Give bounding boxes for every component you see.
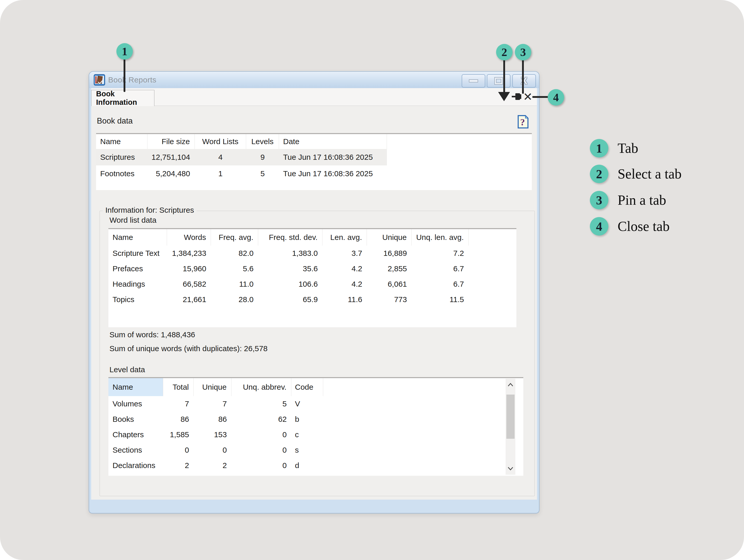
cell: 6.7 (412, 261, 469, 276)
cell: 0 (231, 427, 291, 442)
callout-line-2 (503, 60, 505, 92)
level-table-scrollbar[interactable] (506, 379, 515, 475)
column-header-name[interactable]: Name (108, 378, 163, 396)
cell-word-lists: 4 (195, 149, 246, 165)
maximize-button[interactable] (487, 74, 511, 87)
word-list-table: Name Words Freq. avg. Freq. std. dev. Le… (108, 228, 516, 327)
callout-line-4 (532, 96, 548, 98)
cell-word-lists: 1 (195, 165, 246, 182)
cell: 4.2 (323, 276, 367, 292)
legend-label-pin-a-tab: Pin a tab (618, 190, 666, 210)
pin-icon[interactable] (511, 92, 524, 101)
cell-date: Tue Jun 17 16:08:36 2025 (279, 149, 387, 165)
cell: 11.5 (412, 292, 469, 307)
tab-dropdown-icon[interactable] (498, 92, 510, 101)
table-row: Declarations 2 2 0 d (108, 458, 323, 473)
cell: 1,383.0 (258, 246, 323, 261)
cell: c (291, 427, 323, 442)
cell: 66,582 (167, 276, 211, 292)
table-row: Sections 0 0 0 s (108, 442, 323, 458)
column-header: Words (167, 229, 211, 246)
column-header[interactable]: Unq. abbrev. (231, 378, 291, 396)
level-table-header-row: Name Total Unique Unq. abbrev. Code (108, 378, 323, 396)
cell: Books (108, 412, 163, 427)
cell: Sections (108, 442, 163, 458)
chevron-down-icon (508, 466, 514, 471)
column-header[interactable]: Unique (194, 378, 231, 396)
scrollbar-thumb[interactable] (506, 395, 515, 439)
table-row-scriptures[interactable]: Scriptures 12,751,104 4 9 Tue Jun 17 16:… (96, 149, 387, 165)
legend-number: 2 (596, 167, 602, 181)
cell: 4.2 (323, 261, 367, 276)
titlebar[interactable]: Book Reports X (89, 72, 539, 88)
callout-line-1 (123, 59, 125, 92)
legend-label-tab: Tab (618, 139, 638, 158)
cell: 86 (194, 412, 231, 427)
cell: Chapters (108, 427, 163, 442)
callout-circle-1: 1 (116, 43, 133, 60)
column-header[interactable]: Code (291, 378, 323, 396)
callout-number: 4 (553, 91, 559, 104)
column-header: Freq. avg. (211, 229, 258, 246)
cell: 773 (367, 292, 412, 307)
callout-circle-4: 4 (548, 89, 564, 106)
svg-text:?: ? (520, 117, 525, 127)
book-reports-app-icon (94, 74, 105, 85)
column-header: Unq. len. avg. (412, 229, 469, 246)
table-row: Headings 66,582 11.0 106.6 4.2 6,061 6.7 (108, 276, 469, 292)
cell: Headings (108, 276, 167, 292)
column-header[interactable]: Total (163, 378, 194, 396)
cell: 0 (231, 442, 291, 458)
book-data-table: Name File size Word Lists Levels Date Sc… (96, 133, 532, 190)
cell: s (291, 442, 323, 458)
window-body: Book Information Book data ? Name File s… (91, 88, 537, 500)
info-group-label: Information for: Scriptures (103, 206, 196, 215)
table-row: Books 86 86 62 b (108, 412, 323, 427)
cell: Topics (108, 292, 167, 307)
word-list-label: Word list data (109, 216, 156, 225)
cell: 5.6 (211, 261, 258, 276)
table-row: Volumes 7 7 5 V (108, 396, 323, 412)
table-row: Topics 21,661 28.0 65.9 11.6 773 11.5 (108, 292, 469, 307)
table-row: Prefaces 15,960 5.6 35.6 4.2 2,855 6.7 (108, 261, 469, 276)
scroll-down-button[interactable] (506, 462, 515, 475)
cell: 62 (231, 412, 291, 427)
table-row-footnotes[interactable]: Footnotes 5,204,480 1 5 Tue Jun 17 16:08… (96, 165, 387, 182)
help-question-icon[interactable]: ? (517, 115, 529, 129)
cell: 0 (231, 458, 291, 473)
cell: V (291, 396, 323, 412)
callout-circle-2: 2 (496, 44, 513, 60)
tutorial-canvas: Book Reports X Book Information Book dat… (0, 0, 744, 560)
cell: 2 (194, 458, 231, 473)
minimize-button[interactable] (462, 74, 485, 87)
scroll-up-button[interactable] (506, 379, 515, 391)
callout-number: 1 (122, 45, 127, 58)
cell: Volumes (108, 396, 163, 412)
column-header: Name (108, 229, 167, 246)
legend-circle-1: 1 (590, 139, 608, 157)
callout-line-3 (522, 60, 524, 94)
tab-book-information[interactable]: Book Information (91, 90, 154, 106)
table-row: Scripture Text 1,384,233 82.0 1,383.0 3.… (108, 246, 469, 261)
cell: Declarations (108, 458, 163, 473)
cell-name: Footnotes (96, 165, 147, 182)
column-header: Unique (367, 229, 412, 246)
cell: 28.0 (211, 292, 258, 307)
cell: b (291, 412, 323, 427)
cell-name: Scriptures (96, 149, 147, 165)
cell: 0 (163, 442, 194, 458)
cell: 1,384,233 (167, 246, 211, 261)
close-button[interactable]: X (512, 74, 536, 87)
sum-of-unique-words: Sum of unique words (with duplicates): 2… (109, 344, 267, 353)
column-header: Levels (246, 134, 279, 149)
cell: d (291, 458, 323, 473)
level-data-label: Level data (109, 365, 145, 374)
cell: 7.2 (412, 246, 469, 261)
close-tab-x-icon[interactable]: ✕ (523, 91, 532, 103)
book-data-label: Book data (97, 116, 133, 125)
word-table-header-row: Name Words Freq. avg. Freq. std. dev. Le… (108, 229, 469, 246)
column-header: Date (279, 134, 387, 149)
legend-number: 4 (596, 219, 602, 233)
book-table-header-row: Name File size Word Lists Levels Date (96, 134, 387, 149)
column-header: Freq. std. dev. (258, 229, 323, 246)
